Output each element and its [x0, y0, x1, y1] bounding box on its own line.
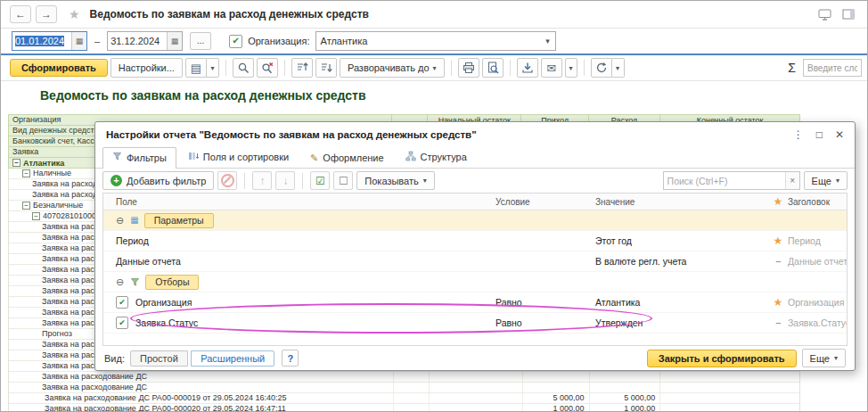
group-field-cell: ⊖▦Параметры: [103, 213, 495, 228]
print-preview-icon[interactable]: [482, 58, 504, 78]
tree-expander-icon[interactable]: −: [32, 212, 40, 220]
dash-mark-cell: −: [770, 317, 786, 328]
calendar-icon[interactable]: ▦: [167, 32, 182, 50]
close-icon[interactable]: ✕: [835, 129, 844, 140]
tab-appearance[interactable]: ✎ Оформление: [300, 148, 394, 168]
field-label: Заявка.Статус: [135, 317, 198, 328]
row-checkbox[interactable]: ✔: [116, 317, 128, 329]
maximize-icon[interactable]: □: [816, 129, 823, 140]
settings-row[interactable]: ✔ОрганизацияРавноАтлантика★Организация: [103, 293, 847, 313]
report-data-row[interactable]: Заявка на расходование ДС РА00-000020 от…: [9, 404, 799, 412]
favorite-star-icon[interactable]: ★: [69, 7, 80, 21]
period-from-field[interactable]: 01.01.2024 ▦: [12, 31, 87, 51]
chevron-down-icon[interactable]: ▾: [541, 32, 555, 50]
tab-filters[interactable]: Фильтры: [102, 147, 176, 169]
send-dropdown-icon[interactable]: ▾: [565, 58, 577, 78]
report-data-row[interactable]: Заявка на расходование ДС РА00-000019 от…: [9, 393, 799, 404]
generate-button[interactable]: Сформировать: [10, 59, 108, 77]
expand-to-button[interactable]: Разворачивать до▾: [340, 58, 445, 78]
send-email-icon[interactable]: ✉: [541, 58, 562, 78]
settings-group-row[interactable]: ⊖▦Параметры: [103, 210, 847, 231]
dialog-titlebar: Настройки отчета "Ведомость по заявкам н…: [95, 122, 855, 146]
sidebar-panel-icon[interactable]: [842, 9, 855, 20]
settings-row[interactable]: ✔Заявка.СтатусРавноУтвержден−Заявка.Стат…: [103, 313, 847, 334]
title-cell: Данные отчета: [786, 256, 847, 267]
quick-filter-input[interactable]: [803, 59, 862, 77]
settings-button[interactable]: Настройки...: [111, 58, 183, 78]
bottom-rows: Заявка на расходование ДС РА00-000019 от…: [9, 393, 799, 412]
sum-sigma-icon[interactable]: Σ: [788, 61, 796, 75]
star-icon[interactable]: ★: [774, 235, 783, 247]
star-icon[interactable]: ★: [774, 296, 783, 309]
dash-icon[interactable]: −: [775, 317, 781, 328]
period-more-button[interactable]: ...: [190, 32, 211, 50]
column-header-field: Поле: [103, 197, 495, 207]
report-tree-row[interactable]: Заявка на расходование ДС: [9, 383, 799, 393]
tree-expander-icon[interactable]: −: [22, 202, 30, 210]
collapse-icon[interactable]: ⊖: [116, 276, 124, 288]
show-mode-button[interactable]: Показывать ▾: [356, 171, 434, 190]
tree-expander-icon[interactable]: −: [22, 169, 30, 177]
view-label: Вид:: [104, 353, 125, 364]
kebab-menu-icon[interactable]: ⋮: [793, 129, 804, 140]
cancel-find-icon[interactable]: [257, 58, 278, 78]
save-file-icon[interactable]: [517, 58, 538, 78]
back-icon[interactable]: ←: [10, 5, 31, 23]
field-label: Организация: [135, 297, 192, 308]
uncheck-all-icon[interactable]: ☐: [333, 171, 353, 190]
settings-row[interactable]: Данные отчетаВ валюте регл. учета−Данные…: [103, 251, 847, 272]
collapse-groups-icon[interactable]: [291, 58, 313, 78]
expand-groups-icon[interactable]: [315, 58, 337, 78]
report-toolbar: Сформировать Настройки... ▤ ▾ Разворачив…: [1, 55, 867, 81]
tab-structure[interactable]: Структура: [396, 146, 477, 168]
dash-icon[interactable]: −: [775, 256, 781, 267]
tree-row-cell: [659, 383, 799, 392]
tree-expander-icon[interactable]: −: [12, 159, 20, 167]
page-title: Ведомость по заявкам на расход денежных …: [90, 8, 369, 21]
settings-group-row[interactable]: ⊖Отборы: [103, 272, 847, 293]
dialog-more-button[interactable]: Еще ▾: [804, 171, 848, 190]
print-icon[interactable]: [458, 58, 479, 78]
refresh-dropdown-icon[interactable]: ▾: [612, 58, 625, 78]
dialog-search-input[interactable]: [664, 176, 785, 186]
forward-icon[interactable]: →: [36, 5, 57, 23]
tab-fields-sorting[interactable]: Поля и сортировки: [178, 146, 299, 168]
find-icon[interactable]: [233, 58, 254, 78]
org-combo[interactable]: Атлантика ▾: [315, 31, 556, 51]
variants-dropdown-icon[interactable]: ▾: [207, 58, 219, 78]
collapse-icon[interactable]: ⊖: [116, 215, 124, 227]
footer-more-button[interactable]: Еще ▾: [802, 349, 846, 367]
delete-filter-icon[interactable]: [217, 171, 237, 190]
add-filter-button[interactable]: + Добавить фильтр: [102, 171, 214, 190]
tree-row-label: Безналичные: [33, 201, 83, 210]
period-to-field[interactable]: 31.12.2024 ▦: [107, 31, 183, 51]
refresh-icon[interactable]: [591, 58, 612, 78]
move-up-icon[interactable]: ↑: [252, 171, 272, 190]
report-tree-row[interactable]: Заявка на расходование ДС: [9, 372, 799, 383]
tree-row-cell: [589, 372, 660, 382]
move-down-icon[interactable]: ↓: [275, 171, 295, 190]
calendar-icon[interactable]: ▦: [71, 32, 86, 50]
monitor-icon[interactable]: [818, 9, 831, 21]
tree-row-cell: [429, 372, 522, 382]
cell-rash: 5 000,00: [589, 393, 660, 403]
group-label: Отборы: [145, 275, 199, 290]
separator: [284, 60, 285, 76]
close-and-generate-button[interactable]: Закрыть и сформировать: [647, 350, 797, 367]
settings-row[interactable]: ПериодЭтот год★Период: [103, 231, 847, 251]
report-title: Ведомость по заявкам на расход денежных …: [40, 88, 366, 103]
report-variants-icon[interactable]: ▤: [185, 58, 207, 78]
chevron-down-icon: ▾: [836, 177, 839, 185]
check-all-icon[interactable]: ☑: [310, 171, 330, 190]
org-checkbox[interactable]: ✔: [229, 35, 242, 48]
dash-mark-cell: −: [770, 256, 786, 267]
chevron-down-icon: ▾: [433, 64, 437, 72]
cell-kon: [659, 404, 799, 412]
dialog-title: Настройки отчета "Ведомость по заявкам н…: [106, 129, 781, 140]
field-label: Данные отчета: [116, 256, 181, 267]
view-extended-button[interactable]: Расширенный: [191, 350, 274, 367]
row-checkbox[interactable]: ✔: [116, 296, 128, 309]
clear-search-icon[interactable]: ×: [785, 172, 799, 189]
help-button[interactable]: ?: [282, 350, 299, 367]
view-simple-button[interactable]: Простой: [130, 350, 188, 367]
